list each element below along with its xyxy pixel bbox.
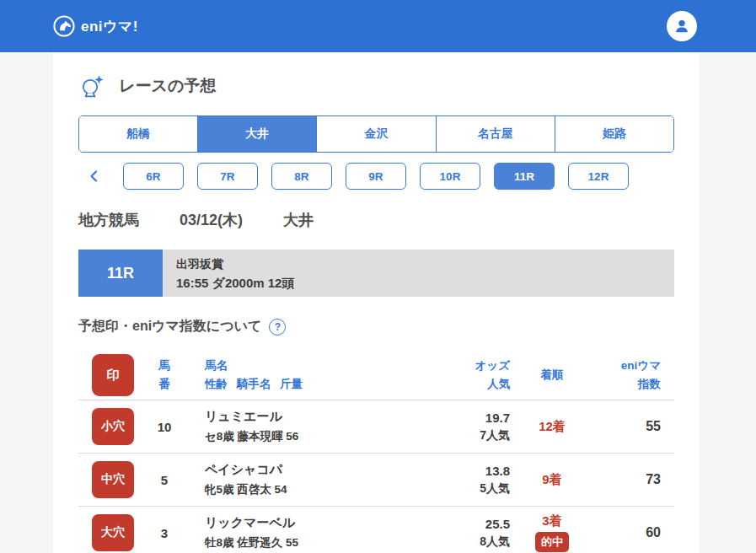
odds-value: 25.5 bbox=[367, 517, 510, 531]
header-odds-line1: オッズ bbox=[367, 357, 510, 375]
horse-cell: ペイシャコパ 牝5歳 西啓太 54 bbox=[195, 462, 367, 497]
mark-badge: 中穴 bbox=[92, 461, 134, 498]
result-value: 3着 bbox=[542, 513, 561, 529]
track-tab-nagoya[interactable]: 名古屋 bbox=[436, 116, 555, 152]
page-title: レースの予想 bbox=[119, 75, 216, 97]
header-horse: 馬名 性齢 騎手名 斤量 bbox=[195, 357, 367, 395]
race-button-10r[interactable]: 10R bbox=[420, 163, 480, 190]
hit-badge: 的中 bbox=[535, 532, 569, 552]
table-header-row: 印 馬 番 馬名 性齢 騎手名 斤量 オッズ 人気 着順 eniウマ 指数 bbox=[78, 351, 674, 400]
race-number-badge: 11R bbox=[78, 250, 163, 297]
horse-number: 10 bbox=[134, 420, 195, 434]
track-tab-kanazawa[interactable]: 金沢 bbox=[316, 116, 435, 152]
index-value: 60 bbox=[594, 525, 674, 540]
chevron-left-icon[interactable] bbox=[88, 169, 100, 183]
race-button-11r[interactable]: 11R bbox=[494, 163, 555, 190]
content-card: レースの予想 船橋 大井 金沢 名古屋 姫路 6R 7R 8R 9R 10R 1… bbox=[53, 52, 700, 553]
app-logo[interactable]: eniウマ! bbox=[53, 15, 138, 37]
race-detail: 出羽坂賞 16:55 ダ2000m 12頭 bbox=[163, 250, 674, 297]
header-number-line2: 番 bbox=[134, 375, 195, 394]
result-cell: 3着 的中 bbox=[510, 513, 594, 552]
race-number-bar: 6R 7R 8R 9R 10R 11R 12R bbox=[78, 163, 674, 190]
track-tab-bar: 船橋 大井 金沢 名古屋 姫路 bbox=[78, 115, 674, 153]
horse-detail: セ8歳 藤本現暉 56 bbox=[205, 429, 367, 444]
header-number: 馬 番 bbox=[134, 357, 195, 395]
race-track: 大井 bbox=[283, 210, 314, 230]
index-value: 55 bbox=[594, 419, 674, 434]
app-logo-text: eniウマ! bbox=[81, 17, 138, 36]
mark-header-badge: 印 bbox=[92, 354, 134, 396]
horse-name: リュミエール bbox=[205, 409, 367, 425]
horse-cell: リュミエール セ8歳 藤本現暉 56 bbox=[195, 409, 367, 444]
header-mark: 印 bbox=[78, 354, 134, 396]
header-horse-line1: 馬名 bbox=[205, 357, 367, 375]
header-index-line1: eniウマ bbox=[594, 357, 661, 375]
help-icon[interactable]: ? bbox=[269, 319, 286, 336]
table-row: 大穴 3 リックマーベル 牡8歳 佐野遥久 55 25.5 8人気 3着 的中 … bbox=[78, 507, 674, 553]
race-button-7r[interactable]: 7R bbox=[197, 163, 258, 190]
page-title-row: レースの予想 bbox=[78, 72, 674, 99]
header-result: 着順 bbox=[510, 366, 594, 384]
table-row: 中穴 5 ペイシャコパ 牝5歳 西啓太 54 13.8 5人気 9着 73 bbox=[78, 454, 674, 507]
odds-value: 19.7 bbox=[367, 411, 510, 425]
odds-value: 13.8 bbox=[367, 464, 510, 478]
popularity-value: 5人気 bbox=[367, 481, 510, 497]
odds-cell: 13.8 5人気 bbox=[367, 464, 510, 497]
race-category: 地方競馬 bbox=[78, 210, 139, 230]
header-odds-line2: 人気 bbox=[367, 375, 510, 394]
about-label: 予想印・eniウマ指数について bbox=[78, 318, 261, 336]
track-tab-himeji[interactable]: 姫路 bbox=[555, 116, 673, 152]
race-meta: 地方競馬 03/12(木) 大井 bbox=[78, 210, 674, 230]
person-icon bbox=[672, 16, 692, 36]
horse-name: リックマーベル bbox=[205, 515, 367, 531]
odds-cell: 25.5 8人気 bbox=[367, 517, 510, 550]
header-index-line2: 指数 bbox=[594, 375, 661, 394]
crystal-ball-icon bbox=[78, 72, 105, 99]
race-conditions: 16:55 ダ2000m 12頭 bbox=[176, 276, 674, 292]
horse-name: ペイシャコパ bbox=[205, 462, 367, 478]
horse-number: 5 bbox=[134, 473, 195, 487]
race-name: 出羽坂賞 bbox=[176, 257, 674, 272]
race-info-box: 11R 出羽坂賞 16:55 ダ2000m 12頭 bbox=[78, 250, 674, 297]
horse-number: 3 bbox=[134, 526, 195, 540]
about-row: 予想印・eniウマ指数について ? bbox=[78, 318, 674, 336]
result-value: 9着 bbox=[510, 472, 594, 488]
prediction-table: 印 馬 番 馬名 性齢 騎手名 斤量 オッズ 人気 着順 eniウマ 指数 小穴… bbox=[78, 351, 674, 553]
popularity-value: 8人気 bbox=[367, 534, 510, 550]
track-tab-funabashi[interactable]: 船橋 bbox=[79, 116, 197, 152]
index-value: 73 bbox=[594, 472, 674, 487]
track-tab-oi[interactable]: 大井 bbox=[197, 116, 316, 152]
race-button-6r[interactable]: 6R bbox=[123, 163, 184, 190]
horse-detail: 牝5歳 西啓太 54 bbox=[205, 482, 367, 497]
header-horse-line2: 性齢 騎手名 斤量 bbox=[205, 375, 367, 394]
header-number-line1: 馬 bbox=[134, 357, 195, 375]
odds-cell: 19.7 7人気 bbox=[367, 411, 510, 443]
popularity-value: 7人気 bbox=[367, 428, 510, 443]
mark-badge: 大穴 bbox=[92, 514, 134, 551]
app-header: eniウマ! bbox=[0, 0, 756, 52]
table-row: 小穴 10 リュミエール セ8歳 藤本現暉 56 19.7 7人気 12着 55 bbox=[78, 400, 674, 454]
horse-logo-icon bbox=[53, 15, 75, 37]
horse-cell: リックマーベル 牡8歳 佐野遥久 55 bbox=[195, 515, 367, 550]
mark-badge: 小穴 bbox=[92, 408, 134, 445]
account-avatar-button[interactable] bbox=[667, 11, 697, 41]
race-button-12r[interactable]: 12R bbox=[568, 163, 629, 190]
race-button-8r[interactable]: 8R bbox=[271, 163, 332, 190]
race-date: 03/12(木) bbox=[180, 210, 243, 230]
result-value: 12着 bbox=[510, 419, 594, 435]
header-odds: オッズ 人気 bbox=[367, 357, 510, 395]
race-button-9r[interactable]: 9R bbox=[346, 163, 406, 190]
header-index: eniウマ 指数 bbox=[594, 357, 674, 395]
horse-detail: 牡8歳 佐野遥久 55 bbox=[205, 535, 367, 550]
